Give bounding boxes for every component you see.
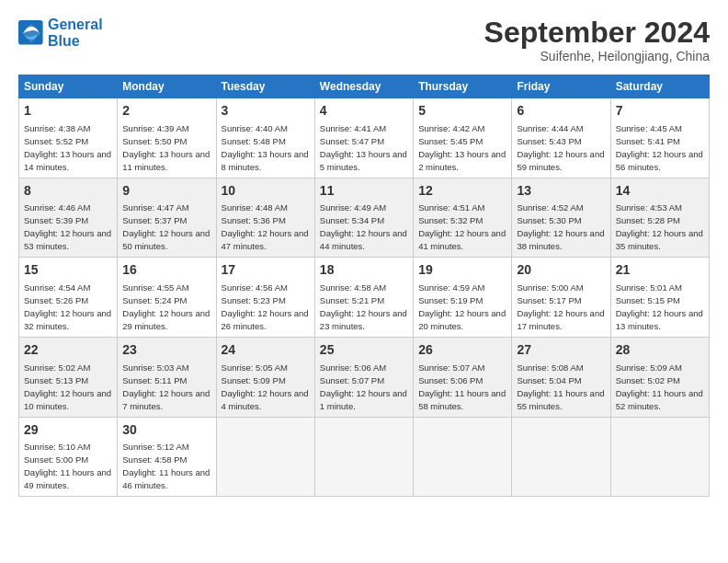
day-number: 22 — [24, 341, 112, 360]
day-number: 24 — [222, 341, 310, 360]
table-row: 4Sunrise: 4:41 AM Sunset: 5:47 PM Daylig… — [314, 98, 413, 178]
col-friday: Friday — [512, 75, 610, 98]
day-number: 13 — [517, 182, 605, 201]
col-tuesday: Tuesday — [216, 75, 314, 98]
day-number: 26 — [418, 341, 506, 360]
day-info: Sunrise: 4:39 AM Sunset: 5:50 PM Dayligh… — [122, 123, 210, 172]
day-info: Sunrise: 4:53 AM Sunset: 5:28 PM Dayligh… — [616, 202, 703, 251]
col-sunday: Sunday — [19, 75, 118, 98]
table-row: 2Sunrise: 4:39 AM Sunset: 5:50 PM Daylig… — [118, 98, 216, 178]
table-row: 22Sunrise: 5:02 AM Sunset: 5:13 PM Dayli… — [19, 337, 118, 417]
table-row: 5Sunrise: 4:42 AM Sunset: 5:45 PM Daylig… — [414, 98, 512, 178]
calendar-week-row: 29Sunrise: 5:10 AM Sunset: 5:00 PM Dayli… — [19, 417, 710, 497]
col-saturday: Saturday — [610, 75, 709, 98]
table-row: 16Sunrise: 4:55 AM Sunset: 5:24 PM Dayli… — [118, 258, 216, 338]
header-row: Sunday Monday Tuesday Wednesday Thursday… — [19, 75, 710, 98]
page: General Blue September 2024 Suifenhe, He… — [0, 0, 728, 506]
day-info: Sunrise: 5:03 AM Sunset: 5:11 PM Dayligh… — [122, 362, 210, 411]
table-row: 24Sunrise: 5:05 AM Sunset: 5:09 PM Dayli… — [216, 337, 314, 417]
day-info: Sunrise: 5:05 AM Sunset: 5:09 PM Dayligh… — [222, 362, 309, 411]
table-row: 17Sunrise: 4:56 AM Sunset: 5:23 PM Dayli… — [216, 258, 314, 338]
col-wednesday: Wednesday — [314, 75, 413, 98]
day-number: 15 — [24, 261, 112, 280]
day-info: Sunrise: 4:47 AM Sunset: 5:37 PM Dayligh… — [122, 202, 210, 251]
day-number: 12 — [418, 182, 506, 201]
calendar-table: Sunday Monday Tuesday Wednesday Thursday… — [18, 75, 710, 497]
day-info: Sunrise: 4:42 AM Sunset: 5:45 PM Dayligh… — [418, 123, 506, 172]
table-row: 19Sunrise: 4:59 AM Sunset: 5:19 PM Dayli… — [414, 258, 512, 338]
day-number: 10 — [222, 182, 310, 201]
day-info: Sunrise: 4:59 AM Sunset: 5:19 PM Dayligh… — [418, 282, 506, 331]
day-info: Sunrise: 4:40 AM Sunset: 5:48 PM Dayligh… — [222, 123, 309, 172]
day-info: Sunrise: 5:07 AM Sunset: 5:06 PM Dayligh… — [418, 362, 506, 411]
logo: General Blue — [18, 17, 103, 49]
day-number: 7 — [616, 102, 704, 121]
day-info: Sunrise: 4:55 AM Sunset: 5:24 PM Dayligh… — [122, 282, 210, 331]
table-row: 15Sunrise: 4:54 AM Sunset: 5:26 PM Dayli… — [19, 258, 118, 338]
day-number: 30 — [122, 421, 210, 440]
day-info: Sunrise: 5:10 AM Sunset: 5:00 PM Dayligh… — [24, 442, 111, 490]
day-number: 3 — [222, 102, 310, 121]
table-row: 20Sunrise: 5:00 AM Sunset: 5:17 PM Dayli… — [512, 258, 610, 338]
header: General Blue September 2024 Suifenhe, He… — [18, 17, 710, 63]
table-row — [512, 417, 610, 497]
day-number: 1 — [24, 102, 112, 121]
table-row: 8Sunrise: 4:46 AM Sunset: 5:39 PM Daylig… — [19, 178, 118, 258]
calendar-week-row: 1Sunrise: 4:38 AM Sunset: 5:52 PM Daylig… — [19, 98, 710, 178]
day-number: 9 — [122, 182, 210, 201]
day-info: Sunrise: 4:49 AM Sunset: 5:34 PM Dayligh… — [320, 202, 407, 251]
table-row: 9Sunrise: 4:47 AM Sunset: 5:37 PM Daylig… — [118, 178, 216, 258]
day-info: Sunrise: 5:00 AM Sunset: 5:17 PM Dayligh… — [517, 282, 604, 331]
table-row: 27Sunrise: 5:08 AM Sunset: 5:04 PM Dayli… — [512, 337, 610, 417]
day-info: Sunrise: 4:46 AM Sunset: 5:39 PM Dayligh… — [24, 202, 111, 251]
table-row: 13Sunrise: 4:52 AM Sunset: 5:30 PM Dayli… — [512, 178, 610, 258]
month-title: September 2024 — [484, 17, 710, 49]
day-info: Sunrise: 4:44 AM Sunset: 5:43 PM Dayligh… — [517, 123, 604, 172]
calendar-week-row: 22Sunrise: 5:02 AM Sunset: 5:13 PM Dayli… — [19, 337, 710, 417]
table-row: 10Sunrise: 4:48 AM Sunset: 5:36 PM Dayli… — [216, 178, 314, 258]
table-row: 7Sunrise: 4:45 AM Sunset: 5:41 PM Daylig… — [610, 98, 709, 178]
table-row: 14Sunrise: 4:53 AM Sunset: 5:28 PM Dayli… — [610, 178, 709, 258]
day-info: Sunrise: 5:02 AM Sunset: 5:13 PM Dayligh… — [24, 362, 111, 411]
day-info: Sunrise: 4:56 AM Sunset: 5:23 PM Dayligh… — [222, 282, 309, 331]
table-row — [216, 417, 314, 497]
day-info: Sunrise: 4:48 AM Sunset: 5:36 PM Dayligh… — [222, 202, 309, 251]
table-row: 21Sunrise: 5:01 AM Sunset: 5:15 PM Dayli… — [610, 258, 709, 338]
day-info: Sunrise: 4:58 AM Sunset: 5:21 PM Dayligh… — [320, 282, 407, 331]
day-number: 5 — [418, 102, 506, 121]
logo-text: General Blue — [48, 17, 103, 49]
calendar-week-row: 15Sunrise: 4:54 AM Sunset: 5:26 PM Dayli… — [19, 258, 710, 338]
day-info: Sunrise: 4:41 AM Sunset: 5:47 PM Dayligh… — [320, 123, 407, 172]
logo-icon — [18, 20, 44, 46]
day-number: 20 — [517, 261, 605, 280]
table-row — [610, 417, 709, 497]
day-number: 16 — [122, 261, 210, 280]
table-row — [414, 417, 512, 497]
table-row: 6Sunrise: 4:44 AM Sunset: 5:43 PM Daylig… — [512, 98, 610, 178]
table-row: 18Sunrise: 4:58 AM Sunset: 5:21 PM Dayli… — [314, 258, 413, 338]
day-number: 6 — [517, 102, 605, 121]
table-row: 30Sunrise: 5:12 AM Sunset: 4:58 PM Dayli… — [118, 417, 216, 497]
day-number: 23 — [122, 341, 210, 360]
table-row: 25Sunrise: 5:06 AM Sunset: 5:07 PM Dayli… — [314, 337, 413, 417]
title-block: September 2024 Suifenhe, Heilongjiang, C… — [484, 17, 710, 63]
day-info: Sunrise: 5:09 AM Sunset: 5:02 PM Dayligh… — [616, 362, 703, 411]
table-row: 29Sunrise: 5:10 AM Sunset: 5:00 PM Dayli… — [19, 417, 118, 497]
location-subtitle: Suifenhe, Heilongjiang, China — [484, 49, 710, 63]
col-thursday: Thursday — [414, 75, 512, 98]
day-number: 29 — [24, 421, 112, 440]
day-number: 21 — [616, 261, 704, 280]
day-info: Sunrise: 4:51 AM Sunset: 5:32 PM Dayligh… — [418, 202, 506, 251]
day-info: Sunrise: 5:08 AM Sunset: 5:04 PM Dayligh… — [517, 362, 604, 411]
day-info: Sunrise: 4:45 AM Sunset: 5:41 PM Dayligh… — [616, 123, 703, 172]
day-number: 11 — [320, 182, 408, 201]
table-row: 23Sunrise: 5:03 AM Sunset: 5:11 PM Dayli… — [118, 337, 216, 417]
col-monday: Monday — [118, 75, 216, 98]
day-info: Sunrise: 4:54 AM Sunset: 5:26 PM Dayligh… — [24, 282, 111, 331]
table-row: 11Sunrise: 4:49 AM Sunset: 5:34 PM Dayli… — [314, 178, 413, 258]
day-number: 2 — [122, 102, 210, 121]
day-number: 25 — [320, 341, 408, 360]
table-row: 1Sunrise: 4:38 AM Sunset: 5:52 PM Daylig… — [19, 98, 118, 178]
day-number: 27 — [517, 341, 605, 360]
day-number: 19 — [418, 261, 506, 280]
